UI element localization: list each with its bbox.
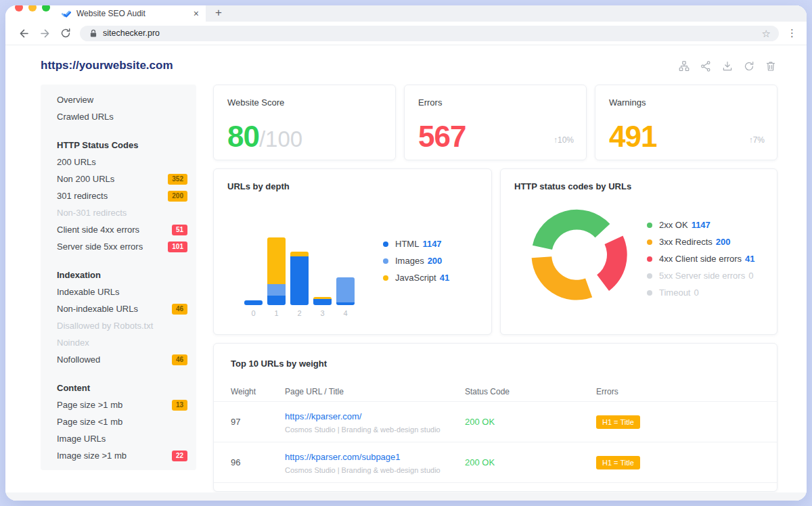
sidebar-section: IndexationIndexable URLsNon-indexable UR…: [57, 267, 187, 368]
bar-segment-html: [336, 302, 355, 305]
legend-item: 2xx OK1147: [647, 216, 755, 233]
url-bar[interactable]: sitechecker.pro ☆: [80, 26, 779, 41]
stat-label: Website Score: [227, 97, 382, 108]
bar-segment-javascript: [290, 252, 309, 256]
minimize-window-button[interactable]: [28, 5, 37, 12]
sidebar-item-nofollowed[interactable]: Nofollowed46: [57, 351, 187, 368]
warnings-value: 491: [609, 122, 656, 152]
bar-depth-1: 1: [267, 234, 286, 317]
http-status-codes-card: HTTP status codes by URLs 2xx OK11473xx …: [500, 168, 777, 335]
legend-value: 1147: [422, 239, 441, 249]
tab-strip: Website SEO Audit × +: [5, 5, 807, 22]
bar-segment-html: [244, 300, 263, 305]
sidebar-item-label: Page size <1 mb: [57, 417, 187, 427]
maximize-window-button[interactable]: [42, 5, 50, 12]
sidebar-item-non-301-redirects[interactable]: Non-301 redirects: [57, 204, 187, 221]
tab-strip-background: [206, 5, 807, 22]
warnings-trend: ↑7%: [749, 135, 765, 145]
donut-segment-4xx-client-side-errors: [597, 235, 627, 291]
errors-trend: ↑10%: [554, 135, 574, 145]
sidebar-item-label: Disallowed by Robots.txt: [57, 321, 187, 331]
bar-segment-images: [336, 277, 355, 302]
sidebar-item-page-size-1-mb[interactable]: Page size >1 mb13: [57, 396, 187, 413]
bar-chart-legend: HTML1147Images200JavaScript41: [383, 235, 449, 286]
count-badge: 46: [172, 354, 187, 365]
page-url-link[interactable]: https://kparser.com/: [285, 411, 361, 421]
legend-dot: [383, 242, 388, 247]
bar-depth-0: 0: [244, 234, 263, 317]
sidebar-item-image-urls[interactable]: Image URLs: [57, 430, 187, 447]
sidebar-item-page-size-1-mb[interactable]: Page size <1 mb: [57, 413, 187, 430]
reload-icon[interactable]: [60, 27, 72, 39]
legend-value: 200: [428, 256, 443, 266]
sidebar-section: HTTP Status Codes200 URLsNon 200 URLs352…: [57, 137, 187, 255]
share-icon[interactable]: [700, 60, 712, 72]
donut-segment-2xx-ok: [533, 210, 610, 250]
sitemap-icon[interactable]: [678, 60, 690, 72]
back-icon[interactable]: [18, 27, 30, 40]
count-badge: 51: [172, 225, 187, 235]
page-title-subtext: Cosmos Studio | Branding & web-design st…: [285, 466, 465, 474]
sidebar-item-overview[interactable]: Overview: [57, 91, 187, 108]
table-header-row: Weight Page URL / Title Status Code Erro…: [214, 382, 777, 402]
url-cell: https://kparser.com/Cosmos Studio | Bran…: [285, 410, 465, 434]
new-tab-button[interactable]: +: [215, 6, 222, 20]
legend-label: Timeout: [659, 288, 690, 298]
weight-cell: 96: [231, 457, 285, 467]
count-badge: 13: [172, 400, 187, 411]
legend-value: 41: [440, 273, 449, 283]
errors-value: 567: [418, 122, 466, 152]
table-body: 97https://kparser.com/Cosmos Studio | Br…: [214, 402, 777, 483]
bar-segment-html: [267, 296, 286, 305]
browser-menu-icon[interactable]: ⋮: [787, 27, 797, 39]
bar-segment-html: [313, 299, 332, 305]
sidebar-item-non-200-urls[interactable]: Non 200 URLs352: [57, 170, 187, 187]
sidebar-item-server-side-5xx-errors[interactable]: Server side 5xx errors101: [57, 238, 187, 255]
sidebar-item-indexable-urls[interactable]: Indexable URLs: [57, 283, 187, 300]
main-content: Website Score 80/100 Errors 567 ↑10% War…: [213, 85, 777, 492]
sidebar-item-label: Non 200 URLs: [57, 174, 168, 184]
browser-tab[interactable]: Website SEO Audit ×: [49, 5, 206, 22]
sidebar-item-200-urls[interactable]: 200 URLs: [57, 154, 187, 170]
x-axis-tick: 1: [267, 309, 286, 317]
report-sidebar: OverviewCrawled URLsHTTP Status Codes200…: [41, 85, 196, 470]
legend-item: JavaScript41: [383, 269, 449, 286]
sidebar-item-image-size-1-mb[interactable]: Image size >1 mb22: [57, 447, 187, 464]
status-code-cell: 200 OK: [465, 417, 596, 427]
stat-label: Warnings: [609, 97, 763, 108]
sidebar-item-non-indexable-urls[interactable]: Non-indexable URLs46: [57, 300, 187, 317]
count-badge: 101: [168, 242, 187, 252]
chart-title: URLs by depth: [227, 181, 478, 191]
sidebar-section-header: Content: [57, 380, 187, 396]
download-icon[interactable]: [721, 60, 734, 72]
website-score-card: Website Score 80/100: [213, 85, 396, 160]
forward-icon[interactable]: [39, 27, 51, 40]
bar-depth-3: 3: [313, 234, 332, 317]
trash-icon[interactable]: [765, 60, 777, 72]
sidebar-item-301-redirects[interactable]: 301 redirects200: [57, 187, 187, 204]
refresh-icon[interactable]: [743, 60, 755, 72]
column-header-weight: Weight: [231, 387, 285, 396]
close-window-button[interactable]: [15, 5, 23, 12]
sidebar-item-label: Overview: [57, 95, 187, 105]
table-row: 96https://kparser.com/subpage1Cosmos Stu…: [214, 442, 777, 483]
sidebar-item-label: Noindex: [57, 338, 187, 348]
seo-audit-page: https://yourwebsite.com OverviewCrawled …: [5, 45, 807, 501]
sidebar-item-label: Non-indexable URLs: [57, 304, 172, 314]
sidebar-item-label: Crawled URLs: [57, 112, 187, 122]
legend-dot: [647, 223, 652, 228]
weight-cell: 97: [231, 417, 285, 427]
bookmark-star-icon[interactable]: ☆: [762, 28, 771, 39]
browser-window: Website SEO Audit × + sitechecker.pro ☆ …: [5, 5, 807, 501]
browser-toolbar: sitechecker.pro ☆ ⋮: [5, 22, 807, 45]
sidebar-item-label: Image URLs: [57, 434, 187, 444]
sidebar-item-disallowed-by-robots-txt[interactable]: Disallowed by Robots.txt: [57, 317, 187, 334]
tab-close-icon[interactable]: ×: [194, 9, 199, 18]
page-url-link[interactable]: https://kparser.com/subpage1: [285, 452, 401, 462]
sidebar-item-noindex[interactable]: Noindex: [57, 334, 187, 351]
status-codes-donut-chart: [526, 206, 633, 306]
sitechecker-favicon: [61, 9, 71, 19]
sidebar-item-client-side-4xx-errors[interactable]: Client side 4xx errors51: [57, 221, 187, 238]
sidebar-item-crawled-urls[interactable]: Crawled URLs: [57, 108, 187, 125]
errors-card: Errors 567 ↑10%: [404, 85, 587, 160]
